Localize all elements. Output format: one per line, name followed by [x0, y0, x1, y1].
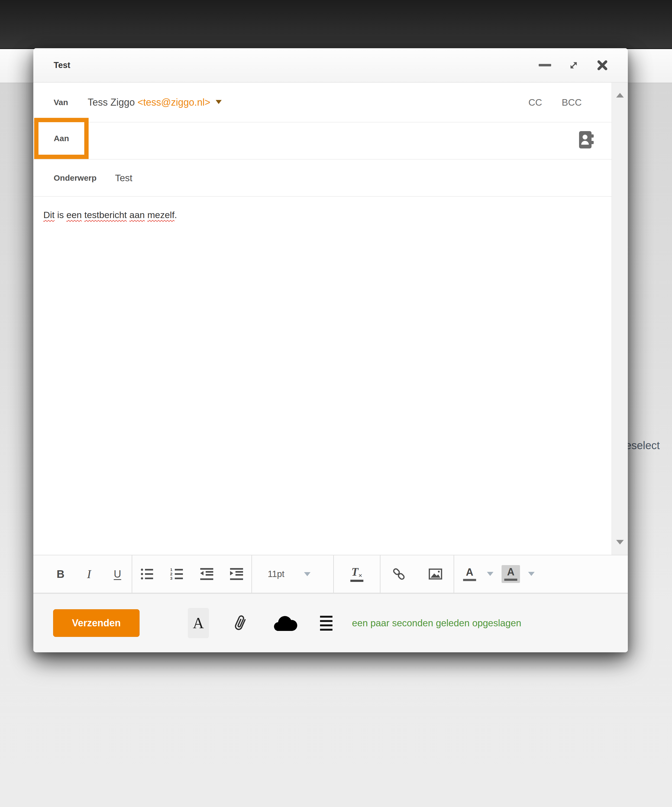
from-dropdown-icon[interactable]	[216, 100, 222, 104]
subject-row[interactable]: Onderwerp Test	[33, 159, 628, 197]
numbered-list-button[interactable]: 1 2 3	[162, 558, 192, 590]
svg-text:2: 2	[170, 571, 172, 576]
vertical-scrollbar[interactable]	[612, 83, 628, 555]
to-row[interactable]	[33, 123, 628, 159]
window-controls	[539, 59, 609, 72]
from-value[interactable]: Tess Ziggo <tess@ziggo.nl>	[88, 97, 222, 108]
serif-a-icon: A	[193, 614, 204, 632]
compose-window: Test Van Tess Ziggo <tes	[33, 48, 628, 652]
minimize-icon[interactable]	[539, 59, 551, 72]
insert-image-button[interactable]	[417, 558, 454, 590]
to-label-highlight-box[interactable]: Aan	[34, 118, 88, 159]
italic-button[interactable]: I	[75, 558, 103, 590]
font-size-value: 11pt	[268, 569, 284, 579]
color-controls: A A	[457, 565, 540, 583]
maximize-icon[interactable]	[567, 59, 580, 72]
font-size-dropdown[interactable]: 11pt	[252, 558, 333, 590]
highlight-color-button[interactable]: A	[499, 565, 523, 583]
autosave-status: een paar seconden geleden opgeslagen	[352, 618, 521, 628]
outdent-button[interactable]	[192, 558, 222, 590]
compose-titlebar[interactable]: Test	[33, 48, 628, 83]
highlight-color-caret-icon[interactable]	[523, 572, 540, 576]
compose-header-fields: Van Tess Ziggo <tess@ziggo.nl> CC BCC On…	[33, 83, 628, 197]
insert-link-button[interactable]	[381, 558, 417, 590]
close-icon[interactable]	[596, 59, 609, 72]
cc-button[interactable]: CC	[528, 97, 542, 108]
browser-top-bar	[0, 0, 672, 49]
from-row: Van Tess Ziggo <tess@ziggo.nl> CC BCC	[33, 83, 628, 123]
text-color-bar	[463, 579, 476, 581]
to-label: Aan	[54, 134, 69, 143]
attachment-button[interactable]	[232, 613, 248, 633]
bullet-list-button[interactable]	[132, 558, 162, 590]
from-address: <tess@ziggo.nl>	[137, 97, 210, 108]
compose-footer: Verzenden A een paar seconden geleden op…	[33, 593, 628, 652]
clear-formatting-button[interactable]: T×	[334, 558, 380, 590]
highlight-color-bar	[504, 579, 517, 581]
bcc-button[interactable]: BCC	[562, 97, 582, 108]
underline-button[interactable]: U	[103, 558, 132, 590]
bold-button[interactable]: B	[47, 558, 75, 590]
options-menu-icon[interactable]	[320, 616, 333, 631]
background-partial-text: eselect	[625, 439, 672, 452]
text-color-button[interactable]: A	[457, 567, 482, 581]
subject-label: Onderwerp	[54, 173, 96, 183]
cloud-icon	[271, 614, 297, 632]
from-label: Van	[54, 98, 68, 107]
font-size-caret-icon	[304, 572, 311, 576]
scroll-down-icon[interactable]	[616, 540, 624, 545]
body-text: Dit is een testbericht aan mezelf.	[43, 209, 604, 221]
svg-text:3: 3	[170, 576, 172, 581]
svg-text:1: 1	[170, 567, 172, 572]
paperclip-icon	[232, 613, 248, 633]
scroll-up-icon[interactable]	[616, 93, 624, 98]
message-body-editor[interactable]: Dit is een testbericht aan mezelf.	[33, 197, 612, 555]
formatting-toolbar: B I U 1 2 3	[33, 555, 628, 593]
subject-value[interactable]: Test	[115, 173, 132, 183]
toolbar-separator	[454, 555, 454, 593]
send-button[interactable]: Verzenden	[53, 609, 140, 637]
indent-button[interactable]	[222, 558, 251, 590]
text-color-caret-icon[interactable]	[482, 572, 499, 576]
cloud-button[interactable]	[271, 614, 297, 632]
from-name: Tess Ziggo	[88, 97, 135, 108]
window-title: Test	[54, 60, 70, 70]
toggle-formatting-button[interactable]: A	[188, 608, 209, 638]
address-book-icon[interactable]	[579, 131, 595, 149]
